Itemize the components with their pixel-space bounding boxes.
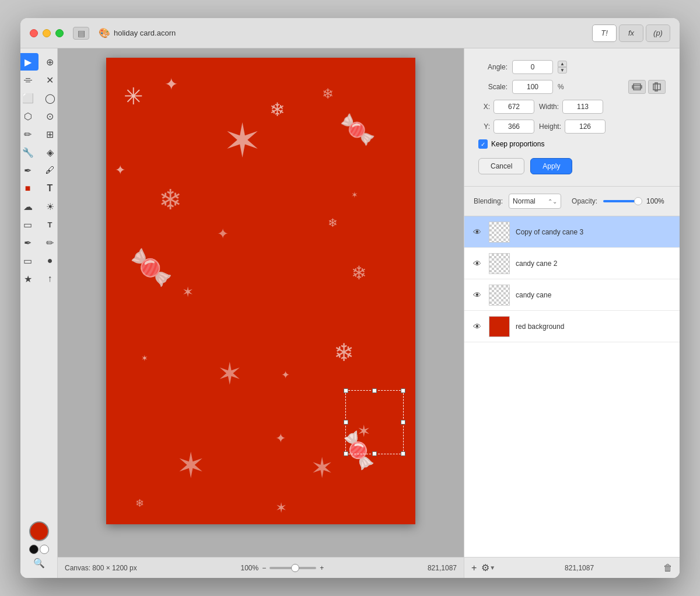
- svg-text:❄: ❄: [322, 86, 334, 101]
- circle-shape-tool[interactable]: ●: [40, 252, 58, 269]
- wand-tool[interactable]: 🔧: [20, 143, 38, 161]
- layer-item[interactable]: 👁 Copy of candy cane 3: [464, 216, 680, 248]
- x-label: X:: [478, 103, 490, 111]
- foreground-color[interactable]: [29, 521, 49, 541]
- svg-text:🍬: 🍬: [334, 426, 384, 475]
- width-input[interactable]: [562, 100, 603, 114]
- layer-item[interactable]: 👁 candy cane: [464, 279, 680, 311]
- toolbar-right: T! fx (p): [592, 24, 670, 42]
- sidebar-toggle-button[interactable]: ▤: [73, 27, 89, 40]
- apply-button[interactable]: Apply: [530, 158, 572, 174]
- layer-settings-arrow: ▼: [489, 565, 495, 571]
- cancel-button[interactable]: Cancel: [478, 158, 524, 174]
- star-shape-tool[interactable]: ★: [20, 270, 38, 288]
- y-input[interactable]: [494, 120, 534, 134]
- brush-tool[interactable]: ✏: [40, 234, 58, 251]
- sel-handle-ml[interactable]: [344, 420, 348, 425]
- minimize-button[interactable]: [43, 29, 51, 37]
- layer-visibility-icon[interactable]: 👁: [471, 322, 483, 331]
- bezier-tool[interactable]: ✒: [20, 234, 38, 251]
- angle-input[interactable]: [512, 60, 553, 74]
- sel-handle-tr[interactable]: [401, 388, 405, 393]
- path-icon: (p): [653, 29, 663, 37]
- y-height-row: Y: Height:: [478, 120, 666, 134]
- blending-mode-select[interactable]: Normal ⌃⌄: [509, 194, 561, 209]
- transform-tool[interactable]: ⌯: [20, 71, 38, 89]
- sel-handle-bl[interactable]: [344, 451, 348, 456]
- sel-handle-tl[interactable]: [344, 388, 348, 393]
- height-input[interactable]: [565, 120, 606, 134]
- rect-select-tool[interactable]: ⬜: [20, 89, 38, 107]
- layer-visibility-icon[interactable]: 👁: [471, 259, 483, 268]
- cloud-tool[interactable]: ☁: [20, 198, 38, 215]
- window-title: holiday card.acorn: [114, 29, 176, 37]
- gradient-tool[interactable]: ▭: [20, 216, 38, 233]
- magic-select-tool[interactable]: ⊙: [40, 107, 58, 125]
- blending-dropdown-arrow: ⌃⌄: [548, 198, 557, 205]
- scale-vert-btn[interactable]: [648, 80, 666, 94]
- tool-pair-shapes: ▭ ●: [20, 252, 58, 269]
- zoom-minus-icon[interactable]: −: [262, 564, 266, 572]
- rect-shape-tool[interactable]: ▭: [20, 252, 38, 269]
- bw-colors: [29, 545, 49, 554]
- keep-proportions-row: ✓ Keep proportions: [478, 139, 666, 149]
- blending-section: Blending: Normal ⌃⌄ Opacity: 100%: [464, 187, 680, 216]
- blur-tool[interactable]: ◈: [40, 143, 58, 161]
- white-color[interactable]: [40, 545, 49, 554]
- sel-handle-bm[interactable]: [372, 451, 377, 456]
- layer-visibility-icon[interactable]: 👁: [471, 290, 483, 300]
- sun-tool[interactable]: ☀: [40, 198, 58, 215]
- ellipse-select-tool[interactable]: ◯: [40, 89, 58, 107]
- svg-text:✦: ✦: [275, 431, 286, 446]
- maximize-button[interactable]: [55, 29, 64, 37]
- titlebar: ▤ 🎨 holiday card.acorn T! fx (p): [20, 18, 680, 48]
- keep-proportions-checkbox[interactable]: ✓: [478, 139, 488, 149]
- angle-up-btn[interactable]: ▲: [558, 61, 567, 67]
- svg-text:✦: ✦: [217, 226, 229, 241]
- x-input[interactable]: [494, 100, 534, 114]
- ink-tool[interactable]: 🖋: [40, 162, 58, 179]
- zoom-slider[interactable]: [270, 567, 316, 569]
- zoom-plus-icon[interactable]: +: [320, 564, 324, 572]
- black-color[interactable]: [29, 545, 38, 554]
- layer-thumbnail: [489, 285, 510, 306]
- effects-button[interactable]: fx: [619, 24, 643, 42]
- layer-item[interactable]: 👁 candy cane 2: [464, 248, 680, 279]
- path-button[interactable]: (p): [646, 24, 670, 42]
- close-button[interactable]: [30, 29, 38, 37]
- scale-label: Scale:: [478, 83, 508, 91]
- select-tool[interactable]: ▶: [20, 53, 38, 71]
- right-panel: Angle: ▲ ▼ Scale: %: [464, 48, 680, 578]
- scale-tool[interactable]: ✕: [40, 71, 58, 89]
- pencil-tool[interactable]: ✏: [20, 125, 38, 143]
- angle-down-btn[interactable]: ▼: [558, 67, 567, 73]
- arrow-shape-tool[interactable]: ↑: [40, 270, 58, 288]
- lasso-tool[interactable]: ⬡: [20, 107, 38, 125]
- text-tool-button[interactable]: T!: [592, 24, 617, 42]
- scale-input[interactable]: [512, 80, 553, 94]
- layer-visibility-icon[interactable]: 👁: [471, 227, 483, 237]
- eraser-tool[interactable]: ⊞: [40, 125, 58, 143]
- title-area: 🎨 holiday card.acorn: [99, 27, 176, 38]
- svg-text:🍬: 🍬: [340, 112, 376, 147]
- status-zoom: 100% − +: [240, 564, 324, 572]
- pen-tool[interactable]: ✒: [20, 162, 38, 179]
- magnify-tool[interactable]: 🔍: [33, 558, 45, 569]
- layer-item[interactable]: 👁 red background: [464, 311, 680, 342]
- scale-horiz-btn[interactable]: [628, 80, 646, 94]
- canvas-decorations: ✳ ✦ ✶ ❄ ❄ 🍬 ✦ ❄ 🍬: [106, 58, 415, 524]
- add-layer-button[interactable]: +: [471, 563, 477, 573]
- canvas-container[interactable]: ✳ ✦ ✶ ❄ ❄ 🍬 ✦ ❄ 🍬: [58, 48, 464, 557]
- text-tool[interactable]: T: [40, 180, 58, 197]
- angle-label: Angle:: [478, 63, 508, 71]
- type-tool[interactable]: T: [40, 216, 58, 233]
- opacity-slider[interactable]: [603, 200, 638, 202]
- zoom-tool[interactable]: ⊕: [40, 53, 58, 71]
- sel-handle-br[interactable]: [401, 451, 405, 456]
- delete-layer-button[interactable]: 🗑: [663, 563, 673, 573]
- sel-handle-mr[interactable]: [401, 420, 405, 425]
- tool-pair-shapes2: ★ ↑: [20, 270, 58, 288]
- fill-tool[interactable]: ■: [20, 180, 38, 197]
- layer-settings-button[interactable]: ⚙ ▼: [481, 562, 495, 573]
- sel-handle-tm[interactable]: [372, 388, 377, 393]
